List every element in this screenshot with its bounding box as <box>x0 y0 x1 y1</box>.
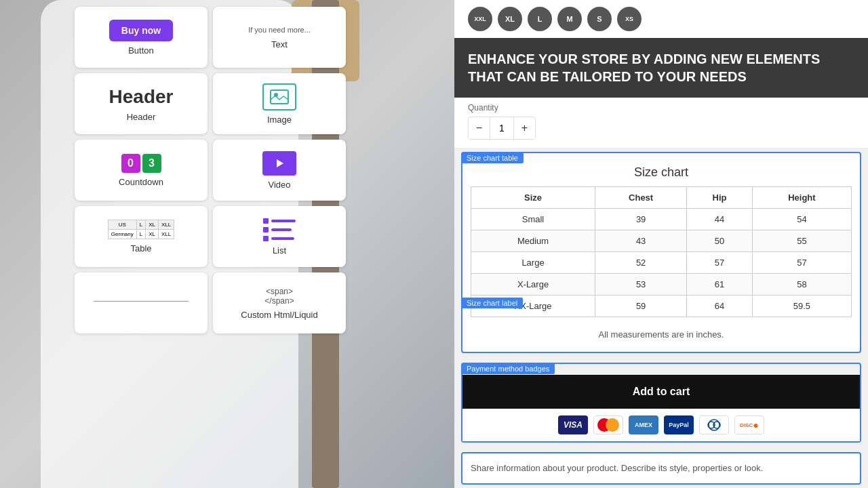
row-xxlarge-height: 59.5 <box>752 296 851 317</box>
size-btn-s[interactable]: S <box>587 7 612 31</box>
svg-point-3 <box>709 420 719 430</box>
image-label: Image <box>267 115 292 125</box>
size-chart-table-label: Size chart table <box>461 152 524 163</box>
left-panel: Buy now Button If you need more... Text … <box>0 0 454 488</box>
size-chart-bottom-label: Size chart label <box>461 298 523 308</box>
mastercard-badge <box>593 415 623 434</box>
size-chart-inner: Size chart Size Chest Hip Height Small 3… <box>462 153 860 352</box>
discover-badge: DISC● <box>734 415 764 434</box>
row-large-chest: 52 <box>595 252 687 274</box>
element-card-video[interactable]: Video <box>213 140 346 201</box>
text-preview: If you need more... <box>248 25 311 35</box>
row-small-size: Small <box>471 209 595 230</box>
row-xlarge-height: 58 <box>752 274 851 296</box>
list-line-3 <box>263 236 296 241</box>
row-large-size: Large <box>471 252 595 274</box>
quantity-plus-button[interactable]: + <box>514 117 535 139</box>
quantity-minus-button[interactable]: − <box>469 117 490 139</box>
size-chart-container: Size chart table Size chart Size Chest H… <box>461 152 861 353</box>
row-xlarge-hip: 61 <box>687 274 753 296</box>
video-play-icon <box>262 151 296 176</box>
row-xlarge-size: X-Large <box>471 274 595 296</box>
right-panel: XXL XL L M S XS ENHANCE YOUR STORE BY AD… <box>454 0 868 488</box>
diners-badge <box>699 415 729 434</box>
row-medium-size: Medium <box>471 230 595 252</box>
table-preview: USLXLXLL GermanyLXLXLL <box>108 220 174 239</box>
col-height: Height <box>752 187 851 209</box>
amex-badge: AMEX <box>629 415 658 434</box>
countdown-label: Countdown <box>119 177 163 187</box>
text-label: Text <box>271 39 288 49</box>
row-large-height: 57 <box>752 252 851 274</box>
divider-preview <box>94 301 189 302</box>
size-btn-m[interactable]: M <box>557 7 582 31</box>
video-label: Video <box>268 180 290 190</box>
mc-circles-icon <box>597 418 619 432</box>
row-medium-hip: 50 <box>687 230 753 252</box>
row-small-chest: 39 <box>595 209 687 230</box>
row-small-hip: 44 <box>687 209 753 230</box>
table-row: X-Large 53 61 58 <box>471 274 852 296</box>
element-card-header[interactable]: Header Header <box>75 73 208 134</box>
buy-now-preview-button: Buy now <box>109 20 173 41</box>
element-card-text[interactable]: If you need more... Text <box>213 7 346 68</box>
countdown-preview: 0 3 <box>121 154 161 173</box>
size-btn-xxl[interactable]: XXL <box>468 7 492 31</box>
size-chart-table: Size Chest Hip Height Small 39 44 54 Med… <box>471 186 852 317</box>
col-chest: Chest <box>595 187 687 209</box>
row-medium-chest: 43 <box>595 230 687 252</box>
payment-method-label: Payment method badges <box>461 363 555 374</box>
row-medium-height: 55 <box>752 230 851 252</box>
table-label: Table <box>130 243 151 253</box>
header-preview: Header <box>109 86 174 108</box>
size-btn-xs[interactable]: XS <box>617 7 642 31</box>
image-icon <box>262 83 296 110</box>
table-row: XX-Large 59 64 59.5 <box>471 296 852 317</box>
measurements-note: All measurements are in inches. <box>471 324 852 345</box>
button-label: Button <box>128 45 154 56</box>
quantity-label: Quantity <box>468 103 854 113</box>
row-xxlarge-chest: 59 <box>595 296 687 317</box>
description-section: Share information about your product. De… <box>461 452 861 485</box>
row-large-hip: 57 <box>687 252 753 274</box>
element-card-divider[interactable] <box>75 272 208 333</box>
add-to-cart-container: Payment method badges Add to cart VISA A… <box>461 363 861 443</box>
size-btn-xl[interactable]: XL <box>498 7 522 31</box>
header-label: Header <box>127 112 156 122</box>
table-row: Medium 43 50 55 <box>471 230 852 252</box>
elements-grid: Buy now Button If you need more... Text … <box>68 0 353 340</box>
element-card-countdown[interactable]: 0 3 Countdown <box>75 140 208 201</box>
visa-badge: VISA <box>558 415 588 434</box>
element-card-table[interactable]: USLXLXLL GermanyLXLXLL Table <box>75 206 208 267</box>
size-selectors: XXL XL L M S XS <box>454 0 868 38</box>
quantity-value: 1 <box>490 117 513 139</box>
row-xxlarge-hip: 64 <box>687 296 753 317</box>
quantity-controls: − 1 + <box>468 117 536 140</box>
col-hip: Hip <box>687 187 753 209</box>
diners-icon <box>705 418 724 432</box>
add-to-cart-button[interactable]: Add to cart <box>462 375 860 409</box>
html-label: Custom Html/Liquid <box>241 310 317 320</box>
element-card-html[interactable]: <span></span> Custom Html/Liquid <box>213 272 346 333</box>
html-preview: <span></span> <box>264 287 294 306</box>
element-card-button[interactable]: Buy now Button <box>75 7 208 68</box>
element-card-list[interactable]: List <box>213 206 346 267</box>
table-row: Small 39 44 54 <box>471 209 852 230</box>
quantity-section: Quantity − 1 + <box>454 98 868 148</box>
description-text: Share information about your product. De… <box>471 462 852 475</box>
element-card-image[interactable]: Image <box>213 73 346 134</box>
size-btn-l[interactable]: L <box>528 7 552 31</box>
size-chart-title: Size chart <box>471 165 852 180</box>
list-label: List <box>273 245 286 256</box>
promo-text: ENHANCE YOUR STORE BY ADDING NEW ELEMENT… <box>468 52 820 84</box>
promo-banner: ENHANCE YOUR STORE BY ADDING NEW ELEMENT… <box>454 38 868 98</box>
countdown-digit-1: 3 <box>142 154 161 173</box>
table-row: Large 52 57 57 <box>471 252 852 274</box>
col-size: Size <box>471 187 595 209</box>
countdown-digit-0: 0 <box>121 154 140 173</box>
mc-circle-orange <box>606 418 619 432</box>
list-line-2 <box>263 227 296 232</box>
list-icon <box>263 218 296 241</box>
list-line-1 <box>263 218 296 224</box>
svg-marker-2 <box>277 159 283 167</box>
